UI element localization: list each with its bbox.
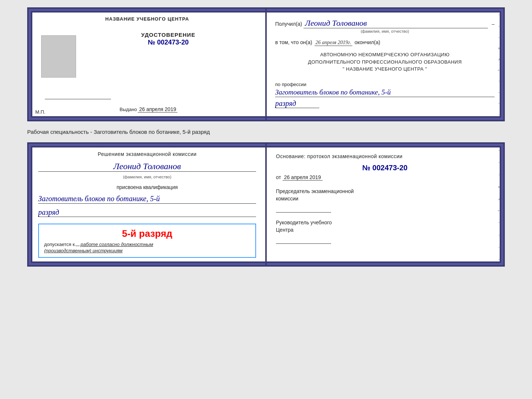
predsedatel-block: Председатель экзаменационной комиссии xyxy=(276,188,494,202)
stamp-box: 5-й разряд допускается к работе согласно… xyxy=(38,224,256,258)
vydano-date: 26 апреля 2019 xyxy=(138,106,178,113)
osnovaniye-label: Основание: протокол экзаменационной коми… xyxy=(276,153,494,159)
vtom-row: в том, что он(а) 26 апреля 2019г. окончи… xyxy=(275,39,495,46)
okonchil-label: окончил(а) xyxy=(355,39,380,45)
side-dashes-bottom: – – – и ,а ‹– – – – – xyxy=(498,144,501,265)
completion-date: 26 апреля 2019г. xyxy=(314,40,352,46)
fio-hint-bottom: (фамилия, имя, отчество) xyxy=(38,175,256,179)
org-block: АВТОНОМНУЮ НЕКОММЕРЧЕСКУЮ ОРГАНИЗАЦИЮ ДО… xyxy=(275,51,495,73)
prisvoena-label: присвоена квалификация xyxy=(38,184,256,190)
certificate-top: НАЗВАНИЕ УЧЕБНОГО ЦЕНТРА УДОСТОВЕРЕНИЕ №… xyxy=(27,7,505,121)
profession-bottom: Заготовитель блоков по ботанике, 5-й xyxy=(38,194,256,204)
resheniem-label: Решением экзаменационной комиссии xyxy=(38,151,256,157)
photo-placeholder xyxy=(41,35,76,78)
ot-date: 26 апреля 2019 xyxy=(283,174,323,181)
dopuskaetsya-label: допускается к xyxy=(44,242,75,247)
training-center-header: НАЗВАНИЕ УЧЕБНОГО ЦЕНТРА xyxy=(37,16,257,22)
cert-top-right-page: Получил(а) Леонид Толованов – (фамилия, … xyxy=(266,9,503,120)
document-container: НАЗВАНИЕ УЧЕБНОГО ЦЕНТРА УДОСТОВЕРЕНИЕ №… xyxy=(27,7,505,267)
cert-bottom-right-page: Основание: протокол экзаменационной коми… xyxy=(266,144,503,265)
udostoverenie-title: УДОСТОВЕРЕНИЕ xyxy=(141,32,195,38)
cert-top-left-page: НАЗВАНИЕ УЧЕБНОГО ЦЕНТРА УДОСТОВЕРЕНИЕ №… xyxy=(29,9,266,120)
signature-line-top xyxy=(45,92,111,99)
komissii-label: комиссии xyxy=(276,196,298,202)
poluchil-label: Получил(а) xyxy=(275,21,302,27)
certificate-bottom: Решением экзаменационной комиссии Леонид… xyxy=(27,142,505,267)
dopuskaetsya-row: допускается к работе согласно должностны… xyxy=(44,242,250,247)
org-line3: " НАЗВАНИЕ УЧЕБНОГО ЦЕНТРА " xyxy=(275,65,495,73)
razryad-value: разряд xyxy=(275,99,319,108)
vtom-label: в том, что он(а) xyxy=(275,39,312,45)
cert-bottom-left-page: Решением экзаменационной комиссии Леонид… xyxy=(29,144,266,265)
tsentra-label: Центра xyxy=(276,227,294,233)
mp-stamp-label: М.П. xyxy=(35,109,45,115)
rukovoditel-signature-line xyxy=(276,236,331,244)
vydano-label: Выдано xyxy=(120,107,137,112)
rukovoditel-block: Руководитель учебного Центра xyxy=(276,219,494,234)
ot-label: от xyxy=(276,174,281,180)
instruktsii-label: (производственным) инструкциям xyxy=(44,248,250,253)
side-dashes: – – – и ,а ‹– – – – – xyxy=(498,9,501,120)
po-professii-label: по профессии xyxy=(275,82,495,87)
predsedatel-signature-line xyxy=(276,205,331,213)
fio-hint-top: (фамилия, имя, отчество) xyxy=(275,29,495,33)
ot-date-row: от 26 апреля 2019 xyxy=(276,174,494,181)
profession-value: Заготовитель блоков по ботанике, 5-й xyxy=(275,88,495,97)
recipient-name: Леонид Толованов xyxy=(303,18,488,28)
poluchil-row: Получил(а) Леонид Толованов – xyxy=(275,18,495,28)
predsedatel-label: Председатель экзаменационной xyxy=(276,188,354,194)
person-name: Леонид Толованов xyxy=(38,161,256,172)
org-line1: АВТОНОМНУЮ НЕКОММЕРЧЕСКУЮ ОРГАНИЗАЦИЮ xyxy=(275,51,495,58)
specialty-separator: Рабочая специальность - Заготовитель бло… xyxy=(27,128,505,136)
stamp-rank-text: 5-й разряд xyxy=(44,228,250,239)
protocol-number: № 002473-20 xyxy=(276,164,494,172)
rabota-label: работе согласно должностным xyxy=(80,242,153,247)
certificate-number: № 002473-20 xyxy=(141,39,195,46)
udostoverenie-block: УДОСТОВЕРЕНИЕ № 002473-20 xyxy=(141,32,195,46)
rukovoditel-label: Руководитель учебного xyxy=(276,220,332,225)
vydano-row: Выдано 26 апреля 2019 xyxy=(117,106,178,113)
razryad-bottom: разряд xyxy=(38,208,256,217)
org-line2: ДОПОЛНИТЕЛЬНОГО ПРОФЕССИОНАЛЬНОГО ОБРАЗО… xyxy=(275,58,495,66)
